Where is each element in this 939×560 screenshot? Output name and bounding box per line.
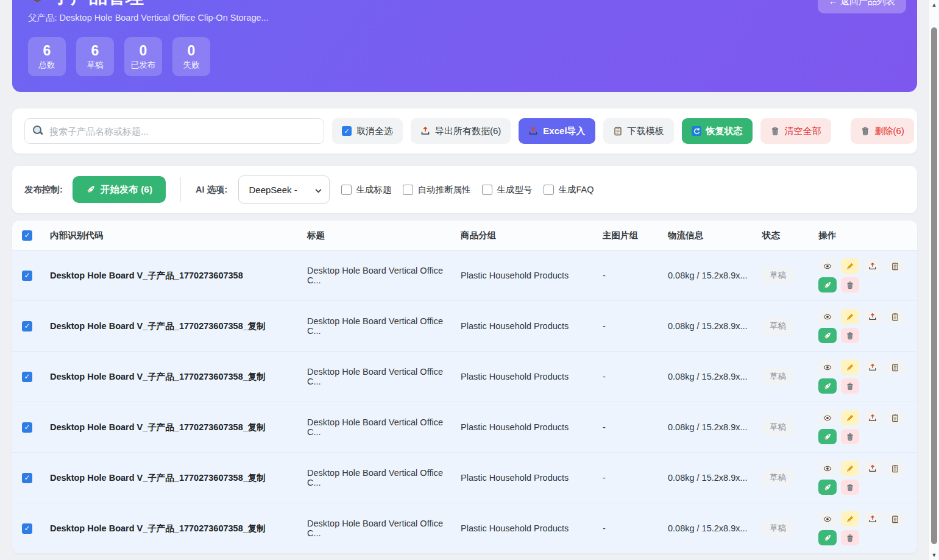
button-label: 下载模板 xyxy=(628,126,664,137)
page-content: 子产品管理 父产品: Desktop Hole Board Vertical O… xyxy=(12,0,917,553)
view-button[interactable] xyxy=(818,511,837,526)
export-row-button[interactable] xyxy=(863,511,882,526)
copy-button[interactable] xyxy=(886,309,904,324)
column-header-actions: 操作 xyxy=(818,230,917,241)
row-image-group: - xyxy=(603,372,668,381)
row-checkbox[interactable]: ✓ xyxy=(22,321,32,331)
publish-row-button[interactable] xyxy=(818,328,837,343)
edit-button[interactable] xyxy=(841,410,859,425)
scroll-up-arrow[interactable]: ▲ xyxy=(929,2,939,8)
copy-button[interactable] xyxy=(886,461,904,476)
export-row-button[interactable] xyxy=(863,309,882,324)
button-label: 开始发布 (6) xyxy=(101,183,152,196)
table-body: ✓ Desktop Hole Board V_子产品_1770273607358… xyxy=(12,250,917,553)
column-header-image-group: 主图片组 xyxy=(603,230,668,241)
export-row-button[interactable] xyxy=(863,360,882,375)
edit-button[interactable] xyxy=(841,258,859,274)
checkbox-icon[interactable] xyxy=(403,185,413,195)
publish-row-button[interactable] xyxy=(818,429,837,444)
publish-row-button[interactable] xyxy=(818,378,837,394)
button-label: Excel导入 xyxy=(543,126,585,137)
table-row: ✓ Desktop Hole Board V_子产品_1770273607358… xyxy=(12,250,917,301)
clipboard-icon xyxy=(613,126,623,136)
copy-button[interactable] xyxy=(886,410,904,425)
trash-icon xyxy=(770,126,780,136)
view-button[interactable] xyxy=(818,360,837,375)
view-button[interactable] xyxy=(818,461,837,476)
search-input[interactable] xyxy=(24,118,324,144)
view-button[interactable] xyxy=(818,309,837,324)
publish-row-button[interactable] xyxy=(818,530,837,545)
option-auto-infer-attributes[interactable]: 自动推断属性 xyxy=(403,184,470,196)
view-button[interactable] xyxy=(818,410,837,425)
checkbox-icon[interactable] xyxy=(544,185,554,195)
export-row-button[interactable] xyxy=(863,410,882,425)
checkbox-icon[interactable] xyxy=(341,185,352,195)
restore-status-button[interactable]: 恢复状态 xyxy=(682,118,753,144)
row-title: Desktop Hole Board Vertical Office C... xyxy=(307,266,461,285)
copy-button[interactable] xyxy=(886,360,904,375)
refresh-icon xyxy=(692,126,701,136)
table-row: ✓ Desktop Hole Board V_子产品_1770273607358… xyxy=(12,503,917,553)
row-checkbox[interactable]: ✓ xyxy=(22,271,32,281)
download-template-button[interactable]: 下载模板 xyxy=(603,118,674,144)
export-row-button[interactable] xyxy=(863,461,882,476)
row-group: Plastic Household Products xyxy=(461,321,603,331)
row-title: Desktop Hole Board Vertical Office C... xyxy=(307,519,461,538)
delete-row-button[interactable] xyxy=(841,378,859,394)
publish-row-button[interactable] xyxy=(818,480,837,495)
checkbox-icon[interactable] xyxy=(482,185,492,195)
row-checkbox[interactable]: ✓ xyxy=(22,523,32,534)
excel-import-button[interactable]: Excel导入 xyxy=(519,118,595,144)
column-header-group: 商品分组 xyxy=(461,230,603,241)
delete-row-button[interactable] xyxy=(841,429,859,444)
row-logistics: 0.08kg / 15.2x8.9x... xyxy=(668,271,762,280)
export-icon xyxy=(420,126,430,136)
select-all-checkbox[interactable]: ✓ xyxy=(22,230,32,241)
edit-button[interactable] xyxy=(841,309,859,324)
back-to-product-list-button[interactable]: ← 返回产品列表 xyxy=(818,0,906,13)
selected-model: DeepSeek - xyxy=(249,185,297,195)
header-banner: 子产品管理 父产品: Desktop Hole Board Vertical O… xyxy=(12,0,917,92)
delete-row-button[interactable] xyxy=(841,480,859,495)
edit-button[interactable] xyxy=(841,461,859,476)
export-row-button[interactable] xyxy=(863,258,882,274)
delete-row-button[interactable] xyxy=(841,277,859,292)
option-generate-faq[interactable]: 生成FAQ xyxy=(544,184,594,196)
delete-row-button[interactable] xyxy=(841,328,859,343)
copy-button[interactable] xyxy=(886,511,904,526)
option-generate-title[interactable]: 生成标题 xyxy=(341,184,391,196)
status-badge: 草稿 xyxy=(762,469,793,486)
export-all-data-button[interactable]: 导出所有数据(6) xyxy=(411,118,511,144)
row-checkbox[interactable]: ✓ xyxy=(22,422,32,433)
row-checkbox[interactable]: ✓ xyxy=(22,372,32,382)
row-title: Desktop Hole Board Vertical Office C... xyxy=(307,367,461,386)
option-label: 生成标题 xyxy=(356,184,391,196)
row-logistics: 0.08kg / 15.2x8.9x... xyxy=(668,422,762,432)
delete-row-button[interactable] xyxy=(841,530,859,545)
row-checkbox[interactable]: ✓ xyxy=(22,473,32,483)
publish-row-button[interactable] xyxy=(818,277,837,292)
row-group: Plastic Household Products xyxy=(461,372,603,381)
vertical-scrollbar[interactable]: ▲ ▼ xyxy=(929,0,939,560)
export-icon xyxy=(528,126,538,136)
copy-button[interactable] xyxy=(886,258,904,274)
delete-selected-button[interactable]: 删除(6) xyxy=(851,118,914,144)
view-button[interactable] xyxy=(818,258,837,274)
button-label: 取消全选 xyxy=(356,126,393,137)
stat-label: 草稿 xyxy=(87,60,104,71)
cancel-select-all-button[interactable]: ✓ 取消全选 xyxy=(332,118,403,144)
edit-button[interactable] xyxy=(841,360,859,375)
column-header-status: 状态 xyxy=(762,230,818,241)
trash-icon xyxy=(860,126,870,136)
edit-button[interactable] xyxy=(841,511,859,526)
scrollbar-thumb[interactable] xyxy=(931,27,937,544)
stat-value: 0 xyxy=(188,43,196,58)
status-badge: 草稿 xyxy=(762,267,793,284)
option-generate-model[interactable]: 生成型号 xyxy=(482,184,532,196)
ai-model-select[interactable]: DeepSeek - xyxy=(238,175,330,204)
stats-row: 6 总数 6 草稿 0 已发布 0 失败 xyxy=(28,37,901,76)
scroll-down-arrow[interactable]: ▼ xyxy=(929,552,939,558)
clear-all-button[interactable]: 清空全部 xyxy=(760,118,831,144)
start-publish-button[interactable]: 开始发布 (6) xyxy=(73,176,166,203)
